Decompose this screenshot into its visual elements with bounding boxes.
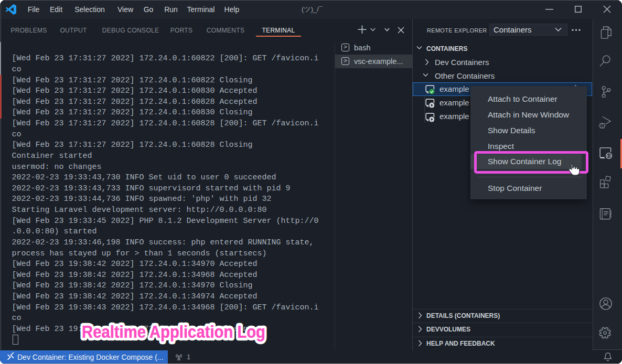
svg-text:Realtime Application Log: Realtime Application Log bbox=[82, 322, 265, 341]
